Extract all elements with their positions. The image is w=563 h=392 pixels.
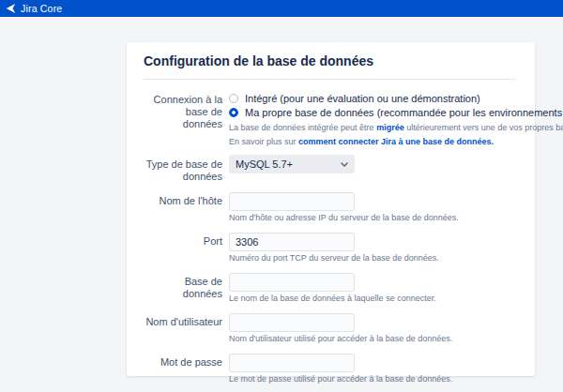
- form-row-database-type: Type de base de données MySQL 5.7+: [144, 155, 516, 183]
- app-name: Jira Core: [21, 3, 62, 14]
- username-label: Nom d'utilisateur: [144, 313, 222, 328]
- embedded-radio[interactable]: [229, 94, 238, 103]
- database-name-help: Le nom de la base de données à laquelle …: [229, 294, 436, 304]
- username-input[interactable]: [229, 313, 355, 332]
- database-type-select[interactable]: MySQL 5.7+: [229, 155, 355, 173]
- username-help: Nom d'utilisateur utilisé pour accéder à…: [229, 334, 452, 344]
- hostname-help: Nom d'hôte ou adresse IP du serveur de l…: [229, 213, 459, 223]
- port-input[interactable]: [229, 233, 355, 251]
- password-input[interactable]: [229, 354, 355, 372]
- hostname-input[interactable]: [229, 192, 355, 211]
- radio-option-own-database[interactable]: Ma propre base de données (recommandée p…: [229, 105, 516, 119]
- password-help: Le mot de passe utilisé pour accéder à l…: [229, 374, 452, 384]
- database-name-input[interactable]: [229, 273, 355, 292]
- connect-jira-database-link[interactable]: comment connecter Jira à une base de don…: [298, 137, 494, 146]
- form-row-port: Port Numéro du port TCP du serveur de la…: [144, 233, 516, 264]
- form-row-hostname: Nom de l'hôte Nom d'hôte ou adresse IP d…: [144, 192, 516, 223]
- database-name-label: Base de données: [144, 273, 222, 300]
- password-label: Mot de passe: [144, 354, 222, 369]
- form-row-connection: Connexion à la base de données Intégré (…: [144, 91, 516, 147]
- radio-option-label: Ma propre base de données (recommandée p…: [245, 107, 563, 118]
- port-help: Numéro du port TCP du serveur de la base…: [229, 253, 439, 264]
- chevron-down-icon: [341, 162, 348, 167]
- connection-help-line-2: En savoir plus sur comment connecter Jir…: [229, 136, 516, 147]
- help-text: En savoir plus sur: [229, 137, 298, 146]
- database-config-form: Connexion à la base de données Intégré (…: [144, 91, 516, 384]
- jira-logo-icon: [6, 3, 16, 14]
- form-row-database-name: Base de données Le nom de la base de don…: [144, 273, 516, 304]
- page-title: Configuration de la base de données: [144, 53, 516, 68]
- connection-help-line-1: La base de données intégrée peut être mi…: [229, 122, 516, 133]
- title-divider: [144, 79, 516, 80]
- radio-option-label: Intégré (pour une évaluation ou une démo…: [245, 93, 480, 104]
- form-row-password: Mot de passe Le mot de passe utilisé pou…: [144, 354, 516, 384]
- migrate-link[interactable]: migrée: [376, 123, 404, 132]
- top-nav-bar: Jira Core: [0, 0, 563, 17]
- radio-option-embedded[interactable]: Intégré (pour une évaluation ou une démo…: [229, 91, 516, 105]
- database-type-selected-value: MySQL 5.7+: [236, 158, 293, 170]
- help-text: ultérieurement vers une de vos propres b…: [404, 123, 563, 132]
- setup-card: Configuration de la base de données Conn…: [127, 42, 535, 376]
- form-row-username: Nom d'utilisateur Nom d'utilisateur util…: [144, 313, 516, 344]
- own-database-radio[interactable]: [229, 108, 238, 117]
- port-label: Port: [144, 233, 222, 248]
- database-type-label: Type de base de données: [144, 155, 222, 183]
- help-text: La base de données intégrée peut être: [229, 123, 376, 132]
- connection-label: Connexion à la base de données: [144, 91, 222, 130]
- hostname-label: Nom de l'hôte: [144, 192, 222, 207]
